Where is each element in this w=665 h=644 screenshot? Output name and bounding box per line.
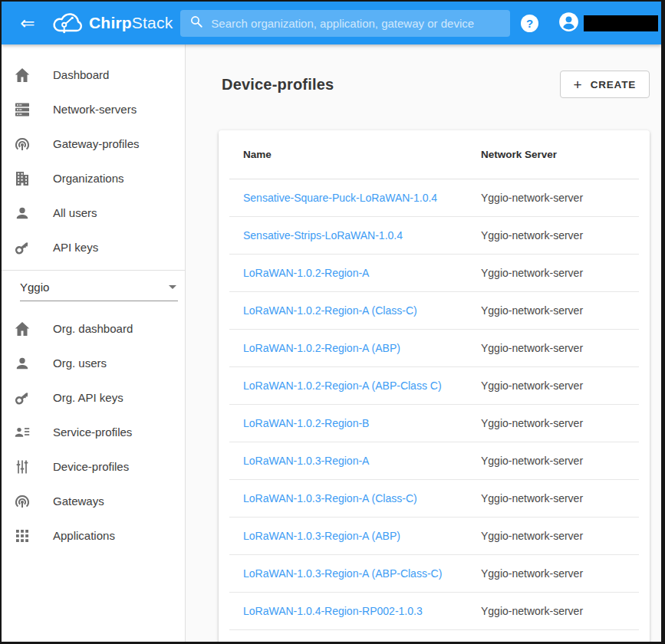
sidebar-item-label: Organizations	[53, 172, 124, 185]
sidebar-item[interactable]: All users	[2, 196, 185, 230]
global-search	[180, 10, 510, 37]
sidebar-item[interactable]: Org. dashboard	[2, 311, 185, 346]
sidebar-item-label: Gateways	[53, 495, 104, 508]
building-icon	[13, 169, 31, 188]
device-profile-link[interactable]: LoRaWAN-1.0.2-Region-A (ABP-Class C)	[243, 380, 442, 392]
sidebar-item-label: Applications	[53, 529, 115, 542]
device-profile-link[interactable]: LoRaWAN-1.0.2-Region-A (Class-C)	[243, 304, 417, 317]
organization-selector[interactable]: Yggio	[2, 271, 185, 301]
home-icon	[13, 320, 31, 338]
search-icon	[189, 15, 203, 31]
sidebar-item[interactable]: Service-profiles	[2, 415, 185, 449]
network-server-cell: Yggio-network-server	[481, 380, 583, 392]
device-profile-row: LoRaWAN-1.0.3-Region-A (Class-C) Yggio-n…	[229, 480, 639, 518]
device-profile-row: LoRaWAN-1.0.3-Region-A (ABP-Class-C) Ygg…	[229, 555, 639, 593]
network-server-cell: Yggio-network-server	[481, 304, 583, 317]
organization-value: Yggio	[20, 281, 49, 294]
column-header-network-server: Network Server	[481, 149, 557, 160]
broadcast-icon	[13, 492, 31, 511]
device-profile-row: Sensative-Strips-LoRaWAN-1.0.4 Yggio-net…	[229, 217, 639, 255]
page-title: Device-profiles	[222, 76, 334, 94]
device-profile-link[interactable]: LoRaWAN-1.0.3-Region-A (ABP)	[243, 530, 400, 542]
sidebar-item[interactable]: Org. API keys	[2, 380, 185, 415]
network-server-cell: Yggio-network-server	[481, 455, 583, 467]
sidebar-collapse-icon[interactable]: ⇐	[16, 12, 39, 34]
chirpstack-logo: ChirpStack	[49, 10, 173, 36]
network-server-cell: Yggio-network-server	[481, 492, 583, 504]
sidebar-item[interactable]: Network-servers	[2, 92, 185, 127]
person-icon	[13, 354, 31, 373]
device-profile-row: Sensative-Square-Puck-LoRaWAN-1.0.4 Yggi…	[229, 179, 639, 217]
column-header-name: Name	[229, 149, 481, 160]
sidebar-item-label: Service-profiles	[53, 426, 132, 439]
device-profile-link[interactable]: LoRaWAN-1.0.3-Region-A	[243, 455, 369, 467]
device-profile-link[interactable]: LoRaWAN-1.0.2-Region-A (ABP)	[243, 342, 400, 354]
sidebar-item[interactable]: Dashboard	[2, 58, 185, 92]
network-server-cell: Yggio-network-server	[481, 342, 583, 354]
main-content: Device-profiles + CREATE Name Network Se…	[186, 44, 661, 642]
user-menu[interactable]	[558, 12, 658, 35]
broadcast-icon	[13, 135, 31, 153]
device-profile-row: LoRaWAN-1.0.2-Region-A (Class-C) Yggio-n…	[229, 292, 639, 330]
device-profile-row: LoRaWAN-1.0.3-Region-A Yggio-network-ser…	[229, 442, 639, 480]
key-icon	[13, 238, 31, 257]
device-profiles-card: Name Network Server Sensative-Square-Puc…	[219, 130, 650, 644]
person-icon	[13, 204, 31, 222]
device-profile-link[interactable]: LoRaWAN-1.0.3-Region-A (ABP-Class-C)	[243, 567, 442, 580]
key-icon	[13, 389, 31, 407]
person-list-icon	[13, 423, 31, 442]
network-server-cell: Yggio-network-server	[481, 229, 583, 242]
device-profile-link[interactable]: LoRaWAN-1.0.3-Region-A (Class-C)	[243, 492, 417, 504]
sidebar-item[interactable]: Gateway-profiles	[2, 127, 185, 161]
brand-name: ChirpStack	[89, 14, 173, 32]
sliders-icon	[13, 458, 31, 476]
sidebar-nav: Dashboard Network-servers Gateway-profil…	[2, 44, 186, 642]
network-server-cell: Yggio-network-server	[481, 192, 583, 204]
network-server-cell: Yggio-network-server	[481, 267, 583, 279]
sidebar-item[interactable]: API keys	[2, 230, 185, 264]
device-profile-row: LoRaWAN-1.0.3-Region-A (ABP) Yggio-netwo…	[229, 518, 639, 555]
device-profile-row: LoRaWAN-1.0.2-Region-A Yggio-network-ser…	[229, 255, 639, 292]
network-server-cell: Yggio-network-server	[481, 530, 583, 542]
account-avatar-icon	[558, 12, 579, 35]
home-icon	[13, 66, 31, 84]
sidebar-item-label: Dashboard	[53, 68, 109, 81]
device-profile-link[interactable]: LoRaWAN-1.0.2-Region-B	[243, 417, 369, 429]
sidebar-item[interactable]: Device-profiles	[2, 449, 185, 484]
search-input[interactable]	[211, 17, 501, 30]
sidebar-item-label: Org. API keys	[53, 391, 123, 404]
sidebar-item-label: Gateway-profiles	[53, 137, 140, 150]
network-server-cell: Yggio-network-server	[481, 605, 583, 617]
cloud-logo-icon	[49, 10, 84, 36]
sidebar-item-label: Org. users	[53, 356, 107, 370]
device-profile-row: LoRaWAN-1.0.4-Region-RP002-1.0.3 Yggio-n…	[229, 593, 639, 630]
device-profile-row: LoRaWAN-1.0.2-Region-B Yggio-network-ser…	[229, 405, 639, 442]
device-profile-row: LoRaWAN-1.0.2-Region-A (ABP-Class C) Ygg…	[229, 367, 639, 405]
plus-icon: +	[574, 77, 582, 92]
sidebar-item-label: API keys	[53, 241, 98, 254]
sidebar-item-label: Device-profiles	[53, 460, 129, 473]
sidebar-item[interactable]: Applications	[2, 518, 185, 553]
device-profile-link[interactable]: LoRaWAN-1.0.4-Region-RP002-1.0.3	[243, 605, 423, 617]
device-profile-link[interactable]: Sensative-Strips-LoRaWAN-1.0.4	[243, 229, 403, 242]
servers-icon	[13, 100, 31, 119]
device-profile-link[interactable]: Sensative-Square-Puck-LoRaWAN-1.0.4	[243, 192, 437, 204]
sidebar-item[interactable]: Organizations	[2, 161, 185, 196]
sidebar-item-label: Network-servers	[53, 103, 137, 116]
network-server-cell: Yggio-network-server	[481, 567, 583, 580]
app-window: ⇐ ChirpStack	[0, 0, 665, 644]
chevron-down-icon	[169, 285, 176, 289]
sidebar-item-label: All users	[53, 206, 97, 219]
device-profile-link[interactable]: LoRaWAN-1.0.2-Region-A	[243, 267, 369, 279]
device-profile-row: LoRaWAN-1.0.2-Region-A (ABP) Yggio-netwo…	[229, 330, 639, 367]
sidebar-item[interactable]: Org. users	[2, 346, 185, 380]
apps-grid-icon	[13, 527, 31, 545]
help-icon[interactable]: ?	[521, 15, 538, 32]
network-server-cell: Yggio-network-server	[481, 417, 583, 429]
table-header: Name Network Server	[229, 130, 639, 179]
create-button[interactable]: + CREATE	[560, 71, 650, 98]
sidebar-item[interactable]: Gateways	[2, 484, 185, 518]
redacted-username	[584, 15, 658, 31]
sidebar-item-label: Org. dashboard	[53, 322, 133, 335]
app-bar: ⇐ ChirpStack	[2, 2, 661, 44]
